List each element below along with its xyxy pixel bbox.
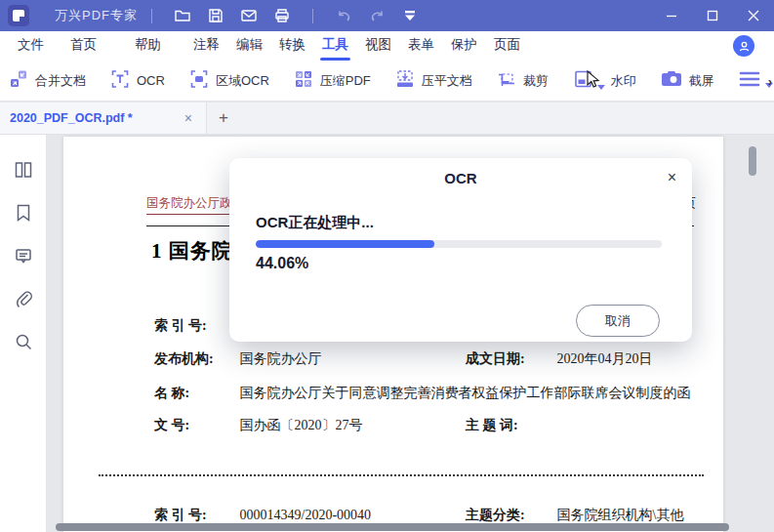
tools-toolbar: 合并文档 OCR 区域OCR (0, 61, 774, 102)
user-avatar[interactable] (733, 35, 754, 57)
dialog-title: OCR (229, 170, 692, 186)
menu-home[interactable]: 首页 (70, 31, 97, 61)
menu-protect[interactable]: 保护 (451, 31, 477, 61)
window-controls (651, 0, 774, 31)
doc-header-left: 国务院办公厅政 (146, 195, 232, 215)
doc-row: 索 引 号: 000014349/2020-00040 主题分类: 国务院组织机… (154, 507, 698, 524)
toolbar-label: 区域OCR (216, 72, 269, 90)
menu-file[interactable]: 文件 (18, 31, 44, 61)
toolbar-ocr[interactable]: OCR (109, 68, 165, 94)
ocr-dialog: OCR × OCR正在处理中... 44.06% 取消 (229, 158, 692, 342)
search-icon[interactable] (0, 320, 47, 363)
flatten-document-icon (394, 68, 416, 94)
doc-field-label: 文 号: (154, 417, 236, 434)
progress-percent: 44.06% (256, 255, 308, 272)
toolbar-label: 压缩PDF (320, 72, 371, 90)
separator (312, 9, 313, 23)
doc-field-value: 国务院办公厅关于同意调整完善消费者权益保护工作部际联席会议制度的函 (240, 386, 691, 400)
doc-field-value: 国务院组织机构\其他 (557, 508, 684, 522)
menu-convert[interactable]: 转换 (279, 31, 306, 61)
compress-pdf-icon (293, 68, 314, 94)
menu-help[interactable]: 帮助 (135, 31, 161, 61)
doc-field-value: 000014349/2020-00040 (240, 508, 463, 523)
doc-field-label: 索 引 号: (154, 317, 236, 335)
area-ocr-icon (188, 68, 210, 94)
toolbar-label: 截屏 (689, 72, 714, 90)
app-window: 万兴PDF专家 (0, 0, 774, 532)
toolbar-compress-pdf[interactable]: 压缩PDF (293, 68, 371, 94)
toolbar-label: 裁剪 (523, 72, 549, 90)
toolbar-overflow-chevron-icon[interactable]: › (768, 74, 772, 89)
merge-documents-icon (8, 68, 29, 94)
dialog-close-icon[interactable]: × (666, 168, 678, 187)
vertical-scrollbar-thumb[interactable] (749, 146, 756, 176)
title-bar: 万兴PDF专家 (0, 0, 774, 31)
doc-field-label: 名 称: (154, 385, 236, 402)
toolbar-area-ocr[interactable]: 区域OCR (188, 68, 269, 94)
doc-field-label: 索 引 号: (154, 507, 236, 524)
app-title: 万兴PDF专家 (55, 7, 138, 24)
document-tab[interactable]: 2020_PDF_OCR.pdf * × (0, 102, 207, 134)
doc-field-label: 发布机构: (154, 350, 236, 368)
maximize-button[interactable] (692, 0, 733, 31)
bookmark-icon[interactable] (0, 191, 47, 234)
left-sidebar (0, 135, 47, 532)
mouse-cursor (586, 70, 603, 94)
minimize-button[interactable] (651, 0, 692, 31)
menu-view[interactable]: 视图 (365, 31, 391, 61)
print-icon[interactable] (265, 0, 299, 31)
toolbar-label: 水印 (611, 72, 636, 90)
toolbar-crop[interactable]: 裁剪 (496, 68, 549, 94)
menu-form[interactable]: 表单 (408, 31, 434, 61)
toolbar-merge-documents[interactable]: 合并文档 (8, 68, 86, 94)
menu-page[interactable]: 页面 (494, 31, 520, 61)
ocr-icon (109, 68, 131, 94)
menu-edit[interactable]: 编辑 (236, 31, 263, 61)
doc-row: 发布机构: 国务院办公厅 成文日期: 2020年04月20日 (154, 350, 698, 368)
doc-field-value: 国务院办公厅 (240, 350, 463, 368)
menu-bar: 文件 首页 帮助 注释 编辑 转换 工具 视图 表单 保护 页面 (0, 31, 774, 61)
collapse-toolbar-icon[interactable] (393, 0, 427, 31)
thumbnails-icon[interactable] (0, 148, 47, 191)
toolbar-label: 合并文档 (35, 72, 86, 90)
close-button[interactable] (733, 0, 774, 31)
doc-row: 名 称: 国务院办公厅关于同意调整完善消费者权益保护工作部际联席会议制度的函 (154, 385, 698, 402)
toolbar-label: 压平文档 (422, 72, 472, 90)
doc-field-value: 2020年04月20日 (557, 351, 653, 366)
cancel-button[interactable]: 取消 (576, 305, 660, 337)
toolbar-watermark[interactable]: 水印 (572, 68, 636, 94)
toolbar-flatten-document[interactable]: 压平文档 (394, 68, 472, 94)
attachment-icon[interactable] (0, 277, 47, 320)
menu-comment[interactable]: 注释 (193, 31, 220, 61)
doc-field-value: 国办函〔2020〕27号 (240, 417, 463, 434)
doc-heading: 1 国务院 (151, 237, 233, 265)
open-folder-icon[interactable] (166, 0, 199, 31)
hamburger-menu-icon (738, 70, 761, 92)
tab-close-icon[interactable]: × (181, 110, 196, 126)
doc-row: 文 号: 国办函〔2020〕27号 主 题 词: (154, 417, 698, 434)
doc-field-label: 主 题 词: (466, 417, 553, 434)
save-icon[interactable] (199, 0, 232, 31)
menu-tools[interactable]: 工具 (322, 31, 348, 61)
toolbar-screenshot[interactable]: 截屏 (660, 68, 714, 94)
doc-dotted-divider (99, 474, 704, 476)
progress-bar (256, 240, 662, 248)
separator (151, 9, 152, 23)
tab-bar: 2020_PDF_OCR.pdf * × + (0, 102, 774, 135)
horizontal-scrollbar-thumb[interactable] (56, 523, 729, 531)
new-tab-button[interactable]: + (207, 102, 240, 134)
doc-field-label: 主题分类: (466, 507, 553, 524)
toolbar-label: OCR (137, 73, 165, 88)
redo-icon[interactable] (360, 0, 393, 31)
progress-fill (256, 240, 434, 248)
ocr-status-text: OCR正在处理中... (256, 214, 374, 232)
undo-icon[interactable] (327, 0, 360, 31)
mail-icon[interactable] (232, 0, 265, 31)
doc-field-label: 成文日期: (466, 350, 553, 368)
app-logo-icon (8, 5, 29, 26)
screenshot-icon (660, 68, 683, 94)
tab-title: 2020_PDF_OCR.pdf * (10, 111, 181, 125)
comment-icon[interactable] (0, 234, 47, 277)
crop-icon (496, 68, 517, 94)
